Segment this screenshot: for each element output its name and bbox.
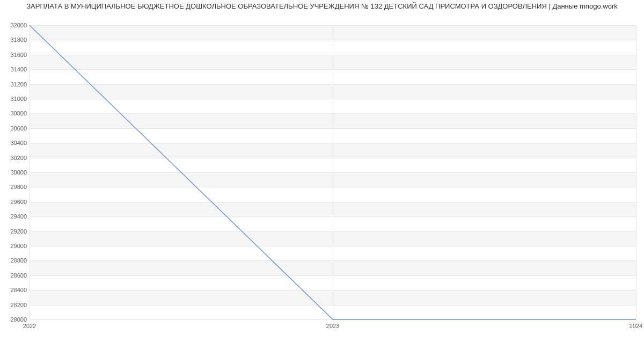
y-tick-label: 30000: [3, 169, 27, 176]
y-tick-label: 28400: [3, 287, 27, 293]
x-tick-label: 2023: [326, 323, 339, 329]
chart-title: ЗАРПЛАТА В МУНИЦИПАЛЬНОЕ БЮДЖЕТНОЕ ДОШКО…: [0, 0, 644, 11]
y-tick-label: 29000: [3, 243, 27, 249]
y-tick-label: 28000: [3, 316, 27, 323]
y-tick-label: 31600: [3, 52, 27, 58]
y-tick-label: 28600: [3, 272, 27, 279]
y-tick-label: 28200: [3, 302, 27, 308]
y-tick-label: 28800: [3, 257, 27, 264]
chart-container: 2800028200284002860028800290002920029400…: [0, 11, 644, 333]
y-tick-label: 29200: [3, 228, 27, 235]
y-tick-label: 30400: [3, 140, 27, 146]
x-gridline: [636, 25, 636, 319]
y-tick-label: 31400: [3, 66, 27, 72]
y-tick-label: 31800: [3, 37, 27, 43]
y-tick-label: 29400: [3, 213, 27, 220]
x-tick-label: 2024: [630, 323, 642, 329]
y-tick-label: 31000: [3, 96, 27, 102]
x-tick-label: 2022: [23, 323, 36, 329]
y-tick-label: 31200: [3, 81, 27, 88]
y-tick-label: 29800: [3, 184, 27, 190]
y-tick-label: 30600: [3, 125, 27, 132]
y-tick-label: 29600: [3, 199, 27, 205]
chart-line-layer: [30, 25, 636, 319]
y-tick-label: 30200: [3, 155, 27, 161]
y-tick-label: 30800: [3, 110, 27, 117]
series-line: [30, 25, 636, 319]
y-tick-label: 32000: [3, 22, 27, 28]
plot-area: [30, 25, 636, 319]
